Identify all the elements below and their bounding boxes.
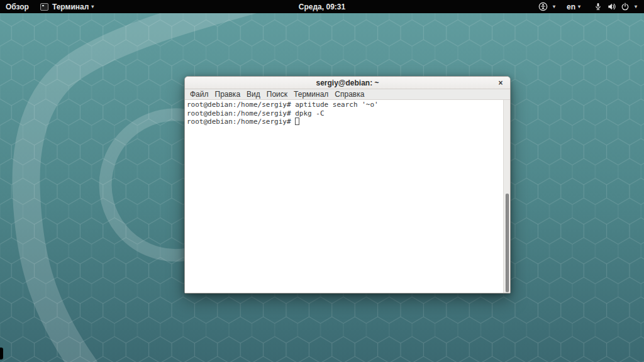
dash-edge-hint bbox=[0, 348, 3, 359]
menu-view[interactable]: Вид bbox=[243, 89, 264, 100]
terminal-cursor bbox=[295, 118, 299, 125]
chevron-down-icon: ▾ bbox=[91, 0, 94, 13]
close-icon: × bbox=[498, 79, 502, 87]
chevron-down-icon: ▾ bbox=[553, 0, 555, 13]
scrollbar-track[interactable] bbox=[503, 100, 510, 293]
terminal-output: root@debian:/home/sergiy# aptitude searc… bbox=[185, 100, 510, 126]
keyboard-layout-button[interactable]: en ▾ bbox=[561, 0, 586, 13]
menu-edit[interactable]: Правка bbox=[212, 89, 244, 100]
close-button[interactable]: × bbox=[496, 77, 506, 89]
menu-search[interactable]: Поиск bbox=[264, 89, 291, 100]
terminal-line: root@debian:/home/sergiy# aptitude searc… bbox=[187, 101, 501, 109]
window-titlebar[interactable]: sergiy@debian: ~ × bbox=[185, 77, 510, 89]
terminal-screen[interactable]: root@debian:/home/sergiy# aptitude searc… bbox=[185, 100, 510, 293]
scrollbar-thumb[interactable] bbox=[506, 194, 509, 292]
terminal-window: sergiy@debian: ~ × Файл Правка Вид Поиск… bbox=[184, 76, 511, 293]
menu-help[interactable]: Справка bbox=[331, 89, 367, 100]
terminal-app-icon bbox=[40, 3, 48, 11]
app-menu-button[interactable]: Терминал ▾ bbox=[35, 0, 99, 13]
menu-bar: Файл Правка Вид Поиск Терминал Справка bbox=[185, 89, 510, 100]
terminal-line: root@debian:/home/sergiy# dpkg -C bbox=[187, 109, 501, 118]
keyboard-layout-label: en bbox=[567, 3, 575, 11]
microphone-icon bbox=[592, 2, 605, 11]
accessibility-menu-button[interactable]: ▾ bbox=[531, 0, 561, 13]
chevron-down-icon: ▾ bbox=[578, 0, 580, 13]
window-title: sergiy@debian: ~ bbox=[316, 79, 379, 87]
system-menu-button[interactable]: ▾ bbox=[586, 0, 643, 13]
chevron-down-icon: ▾ bbox=[635, 0, 637, 13]
accessibility-icon bbox=[536, 2, 550, 11]
volume-icon bbox=[605, 2, 619, 11]
activities-label: Обзор bbox=[6, 3, 29, 11]
top-bar: Обзор Терминал ▾ Среда, 09:31 bbox=[0, 0, 644, 13]
terminal-prompt-line: root@debian:/home/sergiy# bbox=[187, 118, 501, 126]
app-menu-label: Терминал bbox=[52, 3, 89, 11]
menu-file[interactable]: Файл bbox=[187, 89, 212, 100]
clock-button[interactable]: Среда, 09:31 bbox=[293, 0, 351, 13]
clock-label: Среда, 09:31 bbox=[299, 3, 345, 11]
power-icon bbox=[619, 2, 632, 11]
desktop: Обзор Терминал ▾ Среда, 09:31 bbox=[0, 0, 644, 362]
terminal-line: root@debian:/home/sergiy# bbox=[187, 118, 295, 126]
menu-terminal[interactable]: Терминал bbox=[291, 89, 331, 100]
activities-button[interactable]: Обзор bbox=[0, 0, 35, 13]
